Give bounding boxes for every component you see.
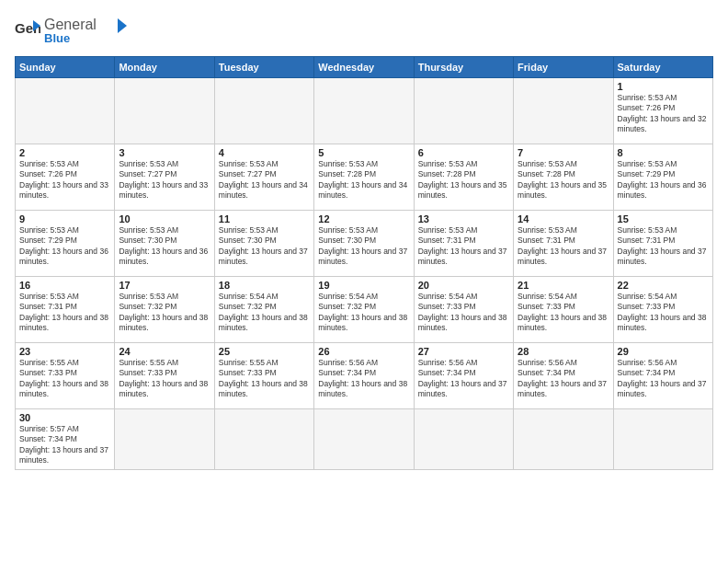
day-info: Sunrise: 5:53 AM Sunset: 7:29 PM Dayligh… (19, 225, 110, 268)
day-info: Sunrise: 5:53 AM Sunset: 7:31 PM Dayligh… (618, 225, 709, 268)
calendar-cell: 25Sunrise: 5:55 AM Sunset: 7:33 PM Dayli… (214, 342, 313, 408)
calendar-cell: 22Sunrise: 5:54 AM Sunset: 7:33 PM Dayli… (613, 276, 712, 342)
day-number: 26 (318, 346, 409, 357)
calendar-cell: 26Sunrise: 5:56 AM Sunset: 7:34 PM Dayli… (314, 342, 414, 408)
day-info: Sunrise: 5:53 AM Sunset: 7:29 PM Dayligh… (618, 159, 709, 201)
day-number: 8 (618, 147, 709, 158)
day-info: Sunrise: 5:53 AM Sunset: 7:31 PM Dayligh… (518, 225, 609, 268)
weekday-header-saturday: Saturday (613, 56, 712, 77)
calendar-cell: 13Sunrise: 5:53 AM Sunset: 7:31 PM Dayli… (414, 210, 513, 276)
calendar-cell: 27Sunrise: 5:56 AM Sunset: 7:34 PM Dayli… (414, 342, 513, 408)
logo: General General Blue (15, 11, 127, 49)
day-number: 27 (418, 346, 509, 357)
calendar-cell (214, 408, 313, 469)
svg-text:Blue: Blue (44, 31, 70, 44)
calendar-cell (613, 408, 712, 469)
calendar-cell: 9Sunrise: 5:53 AM Sunset: 7:29 PM Daylig… (16, 210, 115, 276)
day-number: 22 (618, 280, 709, 291)
calendar-cell: 8Sunrise: 5:53 AM Sunset: 7:29 PM Daylig… (613, 144, 712, 210)
day-info: Sunrise: 5:54 AM Sunset: 7:32 PM Dayligh… (219, 292, 310, 334)
calendar-cell: 4Sunrise: 5:53 AM Sunset: 7:27 PM Daylig… (214, 144, 313, 210)
day-info: Sunrise: 5:53 AM Sunset: 7:30 PM Dayligh… (119, 225, 210, 268)
weekday-header-sunday: Sunday (16, 56, 115, 77)
day-number: 6 (418, 147, 509, 158)
day-number: 20 (418, 280, 509, 291)
day-number: 7 (518, 147, 609, 158)
day-number: 3 (119, 147, 210, 158)
day-info: Sunrise: 5:55 AM Sunset: 7:33 PM Dayligh… (19, 358, 110, 400)
day-number: 19 (318, 280, 409, 291)
calendar-cell (16, 77, 115, 144)
calendar-cell: 6Sunrise: 5:53 AM Sunset: 7:28 PM Daylig… (414, 144, 513, 210)
calendar-cell (514, 77, 613, 144)
svg-marker-4 (118, 18, 127, 33)
day-info: Sunrise: 5:54 AM Sunset: 7:32 PM Dayligh… (318, 292, 409, 334)
calendar-table: SundayMondayTuesdayWednesdayThursdayFrid… (15, 56, 713, 470)
day-info: Sunrise: 5:56 AM Sunset: 7:34 PM Dayligh… (518, 358, 609, 400)
svg-text:General: General (44, 17, 97, 32)
weekday-header-tuesday: Tuesday (214, 56, 313, 77)
header: General General Blue (15, 11, 713, 49)
calendar-cell: 10Sunrise: 5:53 AM Sunset: 7:30 PM Dayli… (115, 210, 214, 276)
calendar-cell: 11Sunrise: 5:53 AM Sunset: 7:30 PM Dayli… (214, 210, 313, 276)
calendar-cell: 28Sunrise: 5:56 AM Sunset: 7:34 PM Dayli… (514, 342, 613, 408)
calendar-cell (314, 408, 414, 469)
weekday-header-monday: Monday (115, 56, 214, 77)
calendar-cell: 18Sunrise: 5:54 AM Sunset: 7:32 PM Dayli… (214, 276, 313, 342)
calendar-week-row: 16Sunrise: 5:53 AM Sunset: 7:31 PM Dayli… (16, 276, 713, 342)
day-number: 1 (618, 81, 709, 92)
day-number: 15 (618, 213, 709, 224)
day-info: Sunrise: 5:53 AM Sunset: 7:31 PM Dayligh… (418, 225, 509, 268)
day-info: Sunrise: 5:53 AM Sunset: 7:28 PM Dayligh… (418, 159, 509, 201)
calendar-week-row: 1Sunrise: 5:53 AM Sunset: 7:26 PM Daylig… (16, 77, 713, 144)
day-info: Sunrise: 5:54 AM Sunset: 7:33 PM Dayligh… (418, 292, 509, 334)
calendar-cell: 20Sunrise: 5:54 AM Sunset: 7:33 PM Dayli… (414, 276, 513, 342)
day-info: Sunrise: 5:53 AM Sunset: 7:26 PM Dayligh… (19, 159, 110, 201)
calendar-cell (115, 408, 214, 469)
day-info: Sunrise: 5:56 AM Sunset: 7:34 PM Dayligh… (318, 358, 409, 400)
calendar-cell: 24Sunrise: 5:55 AM Sunset: 7:33 PM Dayli… (115, 342, 214, 408)
calendar-cell: 16Sunrise: 5:53 AM Sunset: 7:31 PM Dayli… (16, 276, 115, 342)
day-number: 18 (219, 280, 310, 291)
day-number: 2 (19, 147, 110, 158)
weekday-header-thursday: Thursday (414, 56, 513, 77)
day-number: 25 (219, 346, 310, 357)
calendar-cell: 2Sunrise: 5:53 AM Sunset: 7:26 PM Daylig… (16, 144, 115, 210)
calendar-cell (314, 77, 414, 144)
day-number: 9 (19, 213, 110, 224)
calendar-page: General General Blue SundayMondayTuesda (0, 0, 728, 563)
logo-icon: General (15, 18, 40, 40)
calendar-cell: 7Sunrise: 5:53 AM Sunset: 7:28 PM Daylig… (514, 144, 613, 210)
calendar-cell (414, 77, 513, 144)
day-info: Sunrise: 5:53 AM Sunset: 7:28 PM Dayligh… (518, 159, 609, 201)
day-info: Sunrise: 5:57 AM Sunset: 7:34 PM Dayligh… (19, 424, 110, 466)
calendar-week-row: 30Sunrise: 5:57 AM Sunset: 7:34 PM Dayli… (16, 408, 713, 469)
weekday-header-friday: Friday (514, 56, 613, 77)
calendar-cell: 1Sunrise: 5:53 AM Sunset: 7:26 PM Daylig… (613, 77, 712, 144)
weekday-header-wednesday: Wednesday (314, 56, 414, 77)
day-info: Sunrise: 5:53 AM Sunset: 7:26 PM Dayligh… (618, 93, 709, 135)
day-info: Sunrise: 5:55 AM Sunset: 7:33 PM Dayligh… (219, 358, 310, 400)
weekday-header-row: SundayMondayTuesdayWednesdayThursdayFrid… (16, 56, 713, 77)
calendar-cell: 14Sunrise: 5:53 AM Sunset: 7:31 PM Dayli… (514, 210, 613, 276)
calendar-week-row: 23Sunrise: 5:55 AM Sunset: 7:33 PM Dayli… (16, 342, 713, 408)
calendar-cell (514, 408, 613, 469)
day-number: 17 (119, 280, 210, 291)
calendar-cell: 30Sunrise: 5:57 AM Sunset: 7:34 PM Dayli… (16, 408, 115, 469)
day-number: 11 (219, 213, 310, 224)
calendar-cell (214, 77, 313, 144)
day-info: Sunrise: 5:54 AM Sunset: 7:33 PM Dayligh… (518, 292, 609, 334)
calendar-cell: 5Sunrise: 5:53 AM Sunset: 7:28 PM Daylig… (314, 144, 414, 210)
day-number: 12 (318, 213, 409, 224)
calendar-week-row: 2Sunrise: 5:53 AM Sunset: 7:26 PM Daylig… (16, 144, 713, 210)
day-info: Sunrise: 5:53 AM Sunset: 7:27 PM Dayligh… (219, 159, 310, 201)
day-number: 4 (219, 147, 310, 158)
day-number: 13 (418, 213, 509, 224)
day-info: Sunrise: 5:56 AM Sunset: 7:34 PM Dayligh… (418, 358, 509, 400)
day-number: 5 (318, 147, 409, 158)
day-number: 23 (19, 346, 110, 357)
day-info: Sunrise: 5:55 AM Sunset: 7:33 PM Dayligh… (119, 358, 210, 400)
calendar-cell: 23Sunrise: 5:55 AM Sunset: 7:33 PM Dayli… (16, 342, 115, 408)
day-info: Sunrise: 5:53 AM Sunset: 7:30 PM Dayligh… (318, 225, 409, 268)
day-number: 10 (119, 213, 210, 224)
